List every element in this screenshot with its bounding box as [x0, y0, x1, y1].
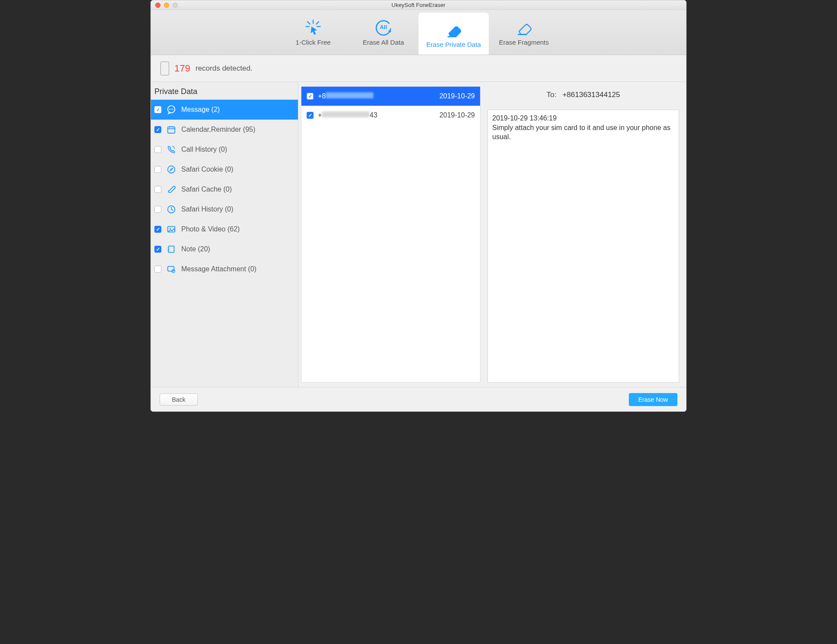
window-controls: [155, 3, 178, 8]
sidebar-item-calendar[interactable]: Calendar,Reminder (95): [151, 120, 298, 140]
status-bar: 179 records detected.: [151, 55, 686, 82]
records-list: +8 2019-10-29 +43 2019-10-29: [301, 86, 481, 383]
sidebar-header: Private Data: [151, 82, 298, 100]
checkbox[interactable]: [154, 106, 161, 113]
sidebar-item-label: Note (20): [181, 245, 210, 253]
sidebar-list: Message (2) Calendar,Reminder (95) Call …: [151, 100, 298, 387]
sidebar-item-safari-cache[interactable]: Safari Cache (0): [151, 179, 298, 199]
record-prefix: +: [318, 111, 322, 119]
maximize-icon: [173, 3, 178, 8]
records-panel: +8 2019-10-29 +43 2019-10-29: [298, 82, 485, 387]
minimize-icon[interactable]: [164, 3, 169, 8]
to-label: To:: [546, 91, 556, 99]
sidebar-item-label: Message Attachment (0): [181, 265, 256, 273]
sidebar-item-label: Safari Cache (0): [181, 185, 232, 193]
sidebar: Private Data Message (2) Calendar,Remind…: [151, 82, 298, 387]
checkbox[interactable]: [154, 246, 161, 253]
checkbox[interactable]: [154, 146, 161, 153]
svg-point-20: [170, 228, 171, 229]
svg-rect-21: [169, 246, 174, 253]
titlebar: UkeySoft FoneEraser: [151, 0, 686, 10]
record-count-suffix: records detected.: [196, 64, 252, 73]
tab-1-click-free[interactable]: 1-Click Free: [278, 10, 348, 55]
sidebar-item-message[interactable]: Message (2): [151, 100, 298, 120]
content-area: Private Data Message (2) Calendar,Remind…: [151, 82, 686, 387]
svg-point-6: [389, 30, 391, 33]
record-count: 179: [174, 63, 190, 74]
checkbox[interactable]: [154, 266, 161, 273]
phone-icon: [160, 62, 169, 75]
svg-point-11: [171, 109, 172, 110]
sidebar-item-label: Safari Cookie (0): [181, 166, 233, 173]
svg-line-1: [307, 22, 310, 24]
checkbox[interactable]: [154, 206, 161, 213]
record-suffix: 43: [369, 111, 377, 119]
tab-label: Erase Fragments: [499, 39, 549, 46]
app-window: UkeySoft FoneEraser 1-Click Free All Era…: [150, 0, 687, 412]
footer: Back Erase Now: [151, 387, 686, 411]
checkbox[interactable]: [154, 226, 161, 233]
detail-panel: To: +8613631344125 2019-10-29 13:46:19 S…: [485, 82, 686, 387]
record-row[interactable]: +8 2019-10-29: [301, 87, 480, 106]
eraser-outline-icon: [514, 19, 533, 36]
eraser-filled-icon: [444, 21, 463, 38]
svg-point-17: [168, 166, 175, 173]
checkbox[interactable]: [307, 93, 314, 100]
erase-now-button[interactable]: Erase Now: [629, 393, 677, 406]
sidebar-item-message-attachment[interactable]: Message Attachment (0): [151, 259, 298, 279]
to-number: +8613631344125: [562, 91, 620, 99]
image-icon: [167, 224, 176, 234]
record-date: 2019-10-29: [439, 92, 475, 100]
svg-point-12: [172, 109, 173, 110]
cursor-spark-icon: [304, 19, 323, 36]
record-prefix: +8: [318, 92, 326, 100]
message-icon: [167, 105, 176, 114]
circle-all-icon: All: [374, 19, 393, 36]
sidebar-item-note[interactable]: Note (20): [151, 239, 298, 259]
tab-label: Erase All Data: [363, 39, 404, 46]
checkbox[interactable]: [154, 166, 161, 173]
checkbox[interactable]: [154, 186, 161, 193]
sidebar-item-safari-history[interactable]: Safari History (0): [151, 199, 298, 219]
window-title: UkeySoft FoneEraser: [392, 2, 445, 8]
record-date: 2019-10-29: [439, 111, 475, 119]
back-button[interactable]: Back: [160, 394, 198, 406]
record-number: +43: [318, 111, 435, 119]
attachment-icon: [167, 264, 176, 274]
message-timestamp: 2019-10-29 13:46:19: [492, 114, 674, 123]
sidebar-item-label: Message (2): [181, 106, 220, 114]
sidebar-item-label: Calendar,Reminder (95): [181, 126, 255, 133]
sidebar-item-label: Call History (0): [181, 146, 227, 153]
phone-call-icon: [167, 145, 176, 154]
sidebar-item-call-history[interactable]: Call History (0): [151, 140, 298, 159]
note-icon: [167, 244, 176, 254]
svg-line-2: [316, 22, 319, 24]
tab-erase-all-data[interactable]: All Erase All Data: [348, 10, 418, 55]
calendar-icon: [167, 125, 176, 134]
sidebar-item-safari-cookie[interactable]: Safari Cookie (0): [151, 159, 298, 179]
svg-point-10: [169, 109, 170, 110]
checkbox[interactable]: [307, 112, 314, 119]
detail-to-line: To: +8613631344125: [487, 86, 679, 104]
svg-text:All: All: [380, 24, 387, 30]
svg-rect-13: [168, 127, 175, 133]
redacted-number: [322, 111, 369, 117]
sidebar-item-label: Safari History (0): [181, 205, 233, 213]
message-body: Simply attach your sim card to it and us…: [492, 123, 674, 142]
tab-label: 1-Click Free: [296, 39, 331, 46]
checkbox[interactable]: [154, 126, 161, 133]
message-content: 2019-10-29 13:46:19 Simply attach your s…: [487, 110, 679, 383]
record-row[interactable]: +43 2019-10-29: [301, 106, 480, 125]
brush-icon: [167, 185, 176, 194]
main-toolbar: 1-Click Free All Erase All Data Erase Pr…: [151, 10, 686, 55]
record-number: +8: [318, 92, 435, 100]
tab-erase-private-data[interactable]: Erase Private Data: [418, 13, 489, 55]
tab-erase-fragments[interactable]: Erase Fragments: [489, 10, 559, 55]
redacted-number: [326, 92, 373, 98]
clock-icon: [167, 205, 176, 214]
close-icon[interactable]: [155, 3, 160, 8]
tab-label: Erase Private Data: [426, 41, 481, 48]
compass-icon: [167, 165, 176, 174]
sidebar-item-label: Photo & Video (62): [181, 225, 240, 233]
sidebar-item-photo-video[interactable]: Photo & Video (62): [151, 219, 298, 239]
